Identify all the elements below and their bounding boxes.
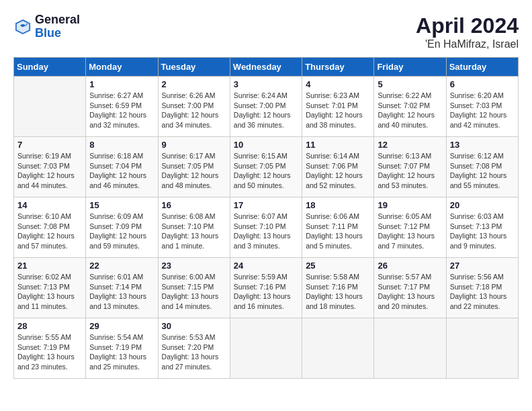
day-info: Sunrise: 6:00 AM Sunset: 7:15 PM Dayligh…	[162, 272, 226, 312]
day-number: 12	[378, 140, 442, 150]
calendar-cell: 7Sunrise: 6:19 AM Sunset: 7:03 PM Daylig…	[14, 137, 86, 197]
day-number: 22	[89, 261, 154, 271]
day-number: 5	[378, 79, 442, 89]
day-info: Sunrise: 6:01 AM Sunset: 7:14 PM Dayligh…	[89, 272, 154, 312]
day-number: 19	[378, 200, 442, 210]
calendar-cell	[446, 318, 518, 379]
day-number: 26	[378, 261, 442, 271]
day-number: 18	[306, 200, 370, 210]
day-info: Sunrise: 5:58 AM Sunset: 7:16 PM Dayligh…	[306, 272, 370, 312]
day-info: Sunrise: 6:22 AM Sunset: 7:02 PM Dayligh…	[378, 91, 442, 130]
location: 'En HaMifraz, Israel	[416, 38, 519, 50]
day-number: 3	[234, 79, 298, 89]
calendar-cell: 15Sunrise: 6:09 AM Sunset: 7:09 PM Dayli…	[86, 197, 158, 258]
calendar-cell: 24Sunrise: 5:59 AM Sunset: 7:16 PM Dayli…	[230, 258, 302, 318]
weekday-monday: Monday	[86, 58, 158, 77]
calendar-body: 1Sunrise: 6:27 AM Sunset: 6:59 PM Daylig…	[14, 77, 519, 379]
day-info: Sunrise: 6:14 AM Sunset: 7:06 PM Dayligh…	[306, 151, 370, 191]
calendar-cell: 26Sunrise: 5:57 AM Sunset: 7:17 PM Dayli…	[374, 258, 446, 318]
week-row-2: 14Sunrise: 6:10 AM Sunset: 7:08 PM Dayli…	[14, 197, 519, 258]
day-info: Sunrise: 6:27 AM Sunset: 6:59 PM Dayligh…	[89, 91, 154, 130]
logo-general: General	[35, 13, 80, 27]
day-info: Sunrise: 6:17 AM Sunset: 7:05 PM Dayligh…	[162, 151, 226, 191]
day-number: 6	[450, 79, 515, 89]
month-year: April 2024	[416, 13, 519, 38]
calendar-cell: 21Sunrise: 6:02 AM Sunset: 7:13 PM Dayli…	[14, 258, 86, 318]
day-number: 13	[450, 140, 515, 150]
calendar-cell: 9Sunrise: 6:17 AM Sunset: 7:05 PM Daylig…	[158, 137, 230, 197]
weekday-sunday: Sunday	[14, 58, 86, 77]
day-number: 1	[89, 79, 154, 89]
calendar-cell: 27Sunrise: 5:56 AM Sunset: 7:18 PM Dayli…	[446, 258, 518, 318]
day-info: Sunrise: 5:59 AM Sunset: 7:16 PM Dayligh…	[234, 272, 298, 312]
calendar-cell: 22Sunrise: 6:01 AM Sunset: 7:14 PM Dayli…	[86, 258, 158, 318]
calendar-cell: 8Sunrise: 6:18 AM Sunset: 7:04 PM Daylig…	[86, 137, 158, 197]
weekday-tuesday: Tuesday	[158, 58, 230, 77]
calendar-cell: 13Sunrise: 6:12 AM Sunset: 7:08 PM Dayli…	[446, 137, 518, 197]
day-number: 4	[306, 79, 370, 89]
day-info: Sunrise: 6:12 AM Sunset: 7:08 PM Dayligh…	[450, 151, 515, 191]
weekday-friday: Friday	[374, 58, 446, 77]
logo: General Blue	[13, 13, 80, 40]
day-info: Sunrise: 6:26 AM Sunset: 7:00 PM Dayligh…	[162, 91, 226, 130]
day-info: Sunrise: 6:24 AM Sunset: 7:00 PM Dayligh…	[234, 91, 298, 130]
weekday-thursday: Thursday	[302, 58, 374, 77]
weekday-saturday: Saturday	[446, 58, 518, 77]
calendar-cell: 23Sunrise: 6:00 AM Sunset: 7:15 PM Dayli…	[158, 258, 230, 318]
logo-text: General Blue	[35, 13, 80, 40]
day-number: 8	[89, 140, 154, 150]
calendar-cell: 28Sunrise: 5:55 AM Sunset: 7:19 PM Dayli…	[14, 318, 86, 379]
day-number: 27	[450, 261, 515, 271]
day-info: Sunrise: 6:09 AM Sunset: 7:09 PM Dayligh…	[89, 212, 154, 251]
day-info: Sunrise: 6:03 AM Sunset: 7:13 PM Dayligh…	[450, 212, 515, 251]
day-info: Sunrise: 6:13 AM Sunset: 7:07 PM Dayligh…	[378, 151, 442, 191]
day-number: 25	[306, 261, 370, 271]
day-info: Sunrise: 5:57 AM Sunset: 7:17 PM Dayligh…	[378, 272, 442, 312]
calendar-cell: 18Sunrise: 6:06 AM Sunset: 7:11 PM Dayli…	[302, 197, 374, 258]
day-info: Sunrise: 6:06 AM Sunset: 7:11 PM Dayligh…	[306, 212, 370, 251]
calendar-cell: 2Sunrise: 6:26 AM Sunset: 7:00 PM Daylig…	[158, 77, 230, 137]
day-info: Sunrise: 6:19 AM Sunset: 7:03 PM Dayligh…	[17, 151, 82, 191]
calendar-cell	[302, 318, 374, 379]
day-info: Sunrise: 5:55 AM Sunset: 7:19 PM Dayligh…	[17, 332, 82, 372]
calendar-cell: 25Sunrise: 5:58 AM Sunset: 7:16 PM Dayli…	[302, 258, 374, 318]
day-info: Sunrise: 5:54 AM Sunset: 7:19 PM Dayligh…	[89, 332, 154, 372]
day-info: Sunrise: 6:05 AM Sunset: 7:12 PM Dayligh…	[378, 212, 442, 251]
day-info: Sunrise: 5:53 AM Sunset: 7:20 PM Dayligh…	[162, 332, 226, 372]
calendar-cell: 29Sunrise: 5:54 AM Sunset: 7:19 PM Dayli…	[86, 318, 158, 379]
calendar-cell: 3Sunrise: 6:24 AM Sunset: 7:00 PM Daylig…	[230, 77, 302, 137]
day-info: Sunrise: 6:23 AM Sunset: 7:01 PM Dayligh…	[306, 91, 370, 130]
day-number: 15	[89, 200, 154, 210]
calendar-cell: 11Sunrise: 6:14 AM Sunset: 7:06 PM Dayli…	[302, 137, 374, 197]
day-number: 20	[450, 200, 515, 210]
calendar-cell: 6Sunrise: 6:20 AM Sunset: 7:03 PM Daylig…	[446, 77, 518, 137]
day-info: Sunrise: 6:08 AM Sunset: 7:10 PM Dayligh…	[162, 212, 226, 251]
day-number: 29	[89, 321, 154, 331]
logo-icon	[13, 17, 32, 36]
day-info: Sunrise: 6:02 AM Sunset: 7:13 PM Dayligh…	[17, 272, 82, 312]
day-number: 21	[17, 261, 82, 271]
weekday-header-row: SundayMondayTuesdayWednesdayThursdayFrid…	[14, 58, 519, 77]
calendar-cell: 10Sunrise: 6:15 AM Sunset: 7:05 PM Dayli…	[230, 137, 302, 197]
day-number: 9	[162, 140, 226, 150]
calendar-cell: 19Sunrise: 6:05 AM Sunset: 7:12 PM Dayli…	[374, 197, 446, 258]
logo-blue: Blue	[35, 27, 80, 40]
day-number: 14	[17, 200, 82, 210]
weekday-wednesday: Wednesday	[230, 58, 302, 77]
day-number: 17	[234, 200, 298, 210]
calendar-cell: 5Sunrise: 6:22 AM Sunset: 7:02 PM Daylig…	[374, 77, 446, 137]
day-info: Sunrise: 6:15 AM Sunset: 7:05 PM Dayligh…	[234, 151, 298, 191]
day-info: Sunrise: 6:07 AM Sunset: 7:10 PM Dayligh…	[234, 212, 298, 251]
week-row-1: 7Sunrise: 6:19 AM Sunset: 7:03 PM Daylig…	[14, 137, 519, 197]
day-info: Sunrise: 6:10 AM Sunset: 7:08 PM Dayligh…	[17, 212, 82, 251]
calendar-cell	[374, 318, 446, 379]
day-info: Sunrise: 6:18 AM Sunset: 7:04 PM Dayligh…	[89, 151, 154, 191]
day-number: 30	[162, 321, 226, 331]
week-row-3: 21Sunrise: 6:02 AM Sunset: 7:13 PM Dayli…	[14, 258, 519, 318]
calendar-table: SundayMondayTuesdayWednesdayThursdayFrid…	[13, 57, 519, 379]
day-number: 23	[162, 261, 226, 271]
calendar-cell: 4Sunrise: 6:23 AM Sunset: 7:01 PM Daylig…	[302, 77, 374, 137]
calendar-cell	[230, 318, 302, 379]
calendar-cell: 20Sunrise: 6:03 AM Sunset: 7:13 PM Dayli…	[446, 197, 518, 258]
day-number: 2	[162, 79, 226, 89]
